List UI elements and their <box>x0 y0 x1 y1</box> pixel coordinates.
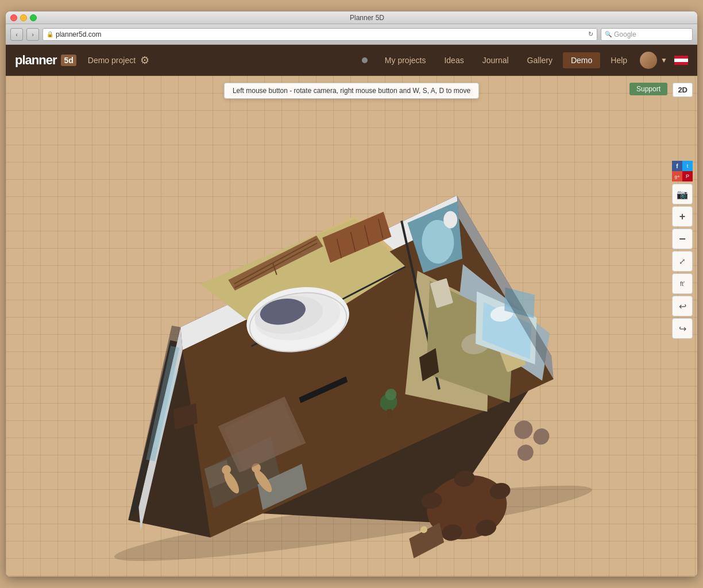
dropdown-arrow-icon[interactable]: ▼ <box>660 56 667 64</box>
back-button[interactable]: ‹ <box>10 28 23 41</box>
svg-point-52 <box>532 427 550 446</box>
nav-item-demo[interactable]: Demo <box>563 52 600 68</box>
zoom-in-icon: + <box>679 211 686 223</box>
units-icon: ft' <box>680 280 685 287</box>
nav-item-myprojects[interactable]: My projects <box>377 52 434 68</box>
svg-point-53 <box>517 443 534 462</box>
zoom-in-button[interactable]: + <box>672 206 693 227</box>
app-container: planner 5d Demo project ⚙ ● My projects … <box>6 45 697 577</box>
social-buttons: f t g+ P <box>672 161 693 181</box>
zoom-out-icon: − <box>679 233 686 245</box>
svg-point-51 <box>513 419 533 440</box>
nav-item-gallery[interactable]: Gallery <box>519 52 561 68</box>
browser-title: Planner 5D <box>41 14 693 22</box>
logo-area: planner 5d <box>15 53 76 68</box>
support-button[interactable]: Support <box>629 83 667 95</box>
forward-button[interactable]: › <box>26 28 39 41</box>
avatar-image <box>640 52 657 69</box>
zoom-out-button[interactable]: − <box>672 229 693 249</box>
svg-rect-56 <box>387 409 392 418</box>
undo-icon: ↩ <box>679 301 686 312</box>
twitter-button[interactable]: t <box>682 161 693 171</box>
browser-toolbar: ‹ › 🔒 planner5d.com ↻ 🔍 Google <box>6 24 697 45</box>
settings-icon[interactable]: ⚙ <box>140 54 149 67</box>
browser-titlebar: Planner 5D <box>6 11 697 24</box>
camera-icon: 📷 <box>677 189 688 200</box>
security-icon: 🔒 <box>47 31 53 37</box>
user-avatar[interactable] <box>640 52 657 69</box>
googleplus-button[interactable]: g+ <box>672 171 682 181</box>
logo-5d: 5d <box>61 55 76 66</box>
fullscreen-icon: ⤢ <box>679 257 686 266</box>
traffic-lights <box>10 14 37 21</box>
address-bar[interactable]: 🔒 planner5d.com ↻ <box>43 28 597 41</box>
viewport[interactable]: Left mouse button - rotate camera, right… <box>6 76 697 577</box>
floorplan-svg <box>64 109 614 577</box>
app-header: planner 5d Demo project ⚙ ● My projects … <box>6 45 697 76</box>
btn-2d[interactable]: 2D <box>673 83 693 97</box>
project-name: Demo project <box>88 56 136 65</box>
maximize-button[interactable] <box>30 14 37 21</box>
address-text: planner5d.com <box>56 30 586 38</box>
nav-dot: ● <box>362 57 368 63</box>
redo-button[interactable]: ↪ <box>672 318 693 339</box>
reload-button[interactable]: ↻ <box>588 30 593 38</box>
nav-center: ● My projects Ideas Journal Gallery Demo… <box>149 52 688 69</box>
units-button[interactable]: ft' <box>672 273 693 294</box>
minimize-button[interactable] <box>20 14 27 21</box>
logo-text: planner <box>15 53 56 68</box>
fullscreen-button[interactable]: ⤢ <box>672 251 693 272</box>
language-flag-icon[interactable] <box>674 56 688 65</box>
tooltip-text: Left mouse button - rotate camera, right… <box>233 87 470 95</box>
close-button[interactable] <box>10 14 17 21</box>
redo-icon: ↪ <box>679 323 686 334</box>
floorplan-container[interactable] <box>34 122 669 565</box>
search-bar[interactable]: 🔍 Google <box>601 28 693 41</box>
camera-button[interactable]: 📷 <box>672 184 693 204</box>
nav-item-help[interactable]: Help <box>602 52 635 68</box>
pinterest-button[interactable]: P <box>682 171 693 181</box>
search-icon: 🔍 <box>605 31 612 37</box>
right-toolbar: 📷 + − ⤢ ft' ↩ ↪ <box>672 184 693 339</box>
nav-item-journal[interactable]: Journal <box>474 52 517 68</box>
tooltip: Left mouse button - rotate camera, right… <box>224 83 479 99</box>
undo-button[interactable]: ↩ <box>672 296 693 316</box>
facebook-button[interactable]: f <box>672 161 682 171</box>
search-placeholder: Google <box>614 30 636 38</box>
nav-item-ideas[interactable]: Ideas <box>436 52 472 68</box>
